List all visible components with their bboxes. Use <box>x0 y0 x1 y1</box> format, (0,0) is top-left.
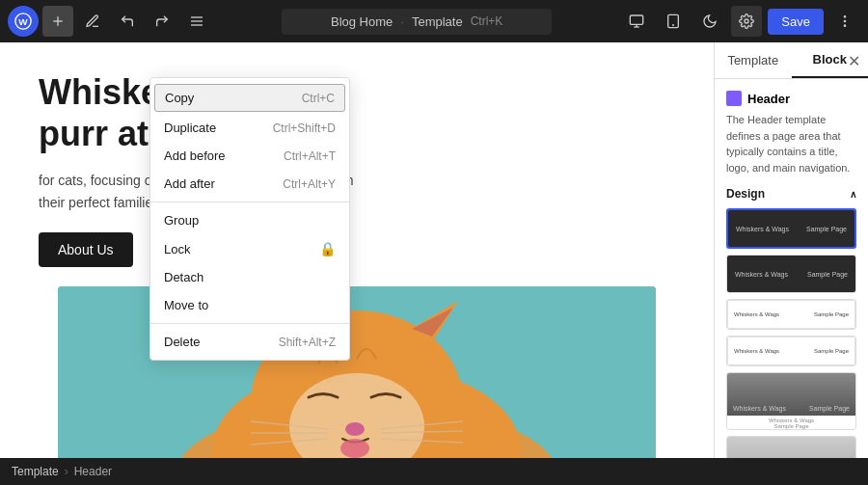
breadcrumb: Template › Header <box>0 458 868 485</box>
menu-item-duplicate-label: Duplicate <box>164 121 216 135</box>
menu-item-add-before-label: Add before <box>164 148 226 163</box>
design-thumb-2[interactable]: Whiskers & Wags Sample Page <box>726 255 856 293</box>
design-thumb-1[interactable]: Whiskers & Wags Sample Page <box>726 208 856 249</box>
redo-button[interactable] <box>147 6 177 37</box>
page-content: Whiskers, one purr at a time! for cats, … <box>0 42 714 286</box>
context-menu: Copy Ctrl+C Duplicate Ctrl+Shift+D Add b… <box>149 77 350 361</box>
design-thumb-6[interactable]: Whiskers & Wags Sample Page <box>726 436 856 458</box>
tab-template[interactable]: Template <box>715 42 792 78</box>
url-shortcut: Ctrl+K <box>471 14 503 28</box>
menu-item-copy-label: Copy <box>165 91 194 105</box>
menu-item-detach-label: Detach <box>164 270 203 284</box>
menu-item-add-before-shortcut: Ctrl+Alt+T <box>284 149 336 163</box>
menu-item-lock-label: Lock <box>164 242 190 256</box>
toolbar: W Blog Home · Template Ctrl+K <box>0 0 868 42</box>
menu-item-lock[interactable]: Lock 🔒 <box>150 234 349 263</box>
menu-item-delete[interactable]: Delete Shift+Alt+Z <box>150 328 349 356</box>
design-chevron-icon: ∧ <box>850 189 856 200</box>
design-thumb-4[interactable]: Whiskers & Wags Sample Page <box>726 336 856 366</box>
tablet-view-button[interactable] <box>658 6 689 37</box>
menu-item-group[interactable]: Group <box>150 206 349 234</box>
svg-text:W: W <box>18 16 28 27</box>
canvas-inner: Whiskers, one purr at a time! for cats, … <box>0 42 714 458</box>
svg-point-12 <box>745 19 748 23</box>
design-thumb-5[interactable]: Whiskers & Wags Sample Page Whiskers & W… <box>726 372 856 430</box>
add-block-button[interactable] <box>42 6 73 37</box>
menu-divider-1 <box>150 202 349 202</box>
menu-item-group-label: Group <box>164 213 199 228</box>
svg-point-22 <box>340 439 369 458</box>
menu-item-duplicate[interactable]: Duplicate Ctrl+Shift+D <box>150 114 349 142</box>
menu-item-add-after[interactable]: Add after Ctrl+Alt+Y <box>150 170 349 198</box>
thumb-4-label: Sample Page <box>814 348 849 354</box>
wordpress-logo[interactable]: W <box>8 6 39 37</box>
breadcrumb-separator: › <box>65 465 68 478</box>
panel-tabs: Template Block ✕ <box>715 42 868 79</box>
menu-item-move-to[interactable]: Move to <box>150 291 349 319</box>
thumb-3-label: Sample Page <box>814 311 849 317</box>
lock-icon: 🔒 <box>319 241 336 256</box>
breadcrumb-template[interactable]: Template <box>12 465 59 478</box>
thumb-2-label: Sample Page <box>807 271 848 278</box>
thumb-5-footer: Whiskers & WagsSample Page <box>727 418 855 429</box>
thumb-3-text: Whiskers & Wags <box>734 311 779 317</box>
design-label-text: Design <box>726 187 765 201</box>
toolbar-left: W <box>8 6 212 37</box>
tools-button[interactable] <box>77 6 108 37</box>
menu-item-delete-shortcut: Shift+Alt+Z <box>279 336 336 349</box>
url-bar-text: Blog Home <box>331 14 393 29</box>
block-icon <box>726 91 742 106</box>
toolbar-center: Blog Home · Template Ctrl+K <box>216 9 617 35</box>
list-view-button[interactable] <box>181 6 212 37</box>
thumb-2-text: Whiskers & Wags <box>735 271 788 278</box>
thumb-1-text: Whiskers & Wags <box>736 226 789 232</box>
svg-point-21 <box>345 422 365 436</box>
main-area: Whiskers, one purr at a time! for cats, … <box>0 42 868 458</box>
menu-divider-2 <box>150 323 349 324</box>
menu-item-detach[interactable]: Detach <box>150 263 349 291</box>
menu-item-copy-shortcut: Ctrl+C <box>302 92 335 105</box>
svg-point-15 <box>844 25 845 26</box>
menu-item-add-after-shortcut: Ctrl+Alt+Y <box>283 177 336 191</box>
svg-point-13 <box>844 16 845 17</box>
menu-item-move-to-label: Move to <box>164 298 208 312</box>
cat-image <box>58 286 656 458</box>
panel-close-button[interactable]: ✕ <box>848 51 860 69</box>
design-thumb-3[interactable]: Whiskers & Wags Sample Page <box>726 299 856 330</box>
block-description: The Header template defines a page area … <box>726 112 856 175</box>
undo-button[interactable] <box>112 6 143 37</box>
block-section-title: Header <box>726 91 856 106</box>
canvas: Whiskers, one purr at a time! for cats, … <box>0 42 714 458</box>
svg-rect-7 <box>631 15 643 24</box>
right-panel: Template Block ✕ Header The Header templ… <box>714 42 868 458</box>
settings-button[interactable] <box>731 6 762 37</box>
thumb-5-text: Whiskers & Wags <box>733 405 786 412</box>
save-button[interactable]: Save <box>768 9 824 35</box>
design-label: Design ∧ <box>726 187 856 201</box>
menu-item-add-before[interactable]: Add before Ctrl+Alt+T <box>150 142 349 170</box>
panel-content: Header The Header template defines a pag… <box>715 79 868 458</box>
desktop-view-button[interactable] <box>621 6 652 37</box>
menu-item-duplicate-shortcut: Ctrl+Shift+D <box>273 121 336 135</box>
about-us-button[interactable]: About Us <box>39 232 133 267</box>
menu-item-add-after-label: Add after <box>164 176 215 191</box>
toolbar-right: Save <box>621 6 860 37</box>
url-separator: · <box>400 14 404 29</box>
url-bar-label: Template <box>412 14 463 29</box>
thumb-4-text: Whiskers & Wags <box>734 348 779 354</box>
menu-item-copy[interactable]: Copy Ctrl+C <box>154 84 345 112</box>
breadcrumb-header[interactable]: Header <box>74 465 112 478</box>
dark-mode-button[interactable] <box>694 6 725 37</box>
more-options-button[interactable] <box>829 6 860 37</box>
thumb-5-label: Sample Page <box>809 405 850 412</box>
menu-item-delete-label: Delete <box>164 335 201 349</box>
svg-point-14 <box>844 20 845 21</box>
url-bar[interactable]: Blog Home · Template Ctrl+K <box>282 9 552 35</box>
thumb-1-label: Sample Page <box>806 226 847 232</box>
block-title: Header <box>747 92 790 106</box>
